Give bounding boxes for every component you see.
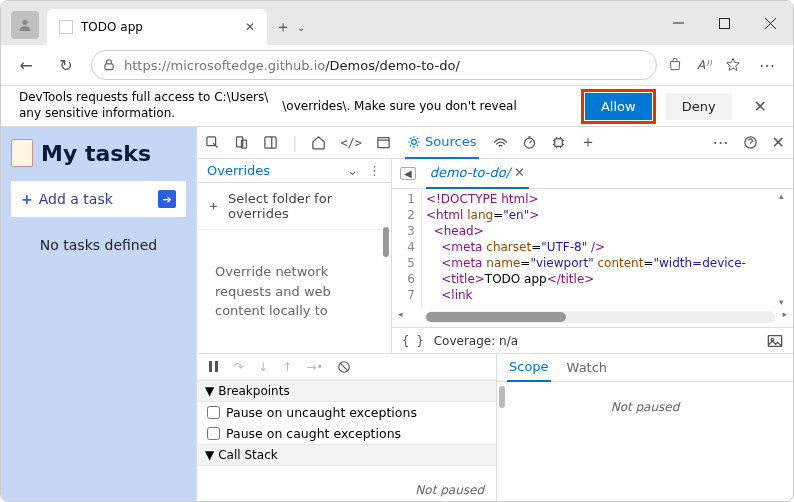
clipboard-icon bbox=[11, 139, 33, 167]
svg-rect-5 bbox=[105, 64, 113, 70]
shopping-icon[interactable] bbox=[667, 57, 683, 73]
new-tab-button[interactable]: ＋ ⌄ bbox=[267, 17, 313, 38]
url-input[interactable]: https://microsoftedge.github.io/Demos/de… bbox=[91, 50, 657, 80]
deactivate-breakpoints-icon[interactable] bbox=[337, 360, 351, 374]
help-icon[interactable] bbox=[743, 135, 758, 150]
submit-task-icon[interactable]: ➔ bbox=[158, 190, 176, 208]
code-panel: ◀ demo-to-do/ ✕ 1234567 <!DOCTYPE html> … bbox=[392, 159, 793, 353]
code-editor[interactable]: 1234567 <!DOCTYPE html> <html lang="en">… bbox=[392, 189, 793, 309]
memory-icon[interactable] bbox=[551, 135, 566, 150]
svg-rect-11 bbox=[378, 138, 389, 148]
address-bar: ← ↻ https://microsoftedge.github.io/Demo… bbox=[1, 45, 793, 85]
more-icon[interactable]: ⋯ bbox=[713, 133, 729, 152]
devtools-toolbar: | </> Sources ＋ ⋯ ✕ bbox=[197, 127, 793, 159]
callstack-not-paused: Not paused bbox=[197, 466, 496, 502]
tab-close-icon[interactable]: ✕ bbox=[243, 20, 257, 34]
elements-icon[interactable]: </> bbox=[340, 136, 362, 150]
svg-rect-2 bbox=[719, 18, 729, 28]
favorite-icon[interactable] bbox=[725, 57, 741, 73]
minimize-button[interactable] bbox=[655, 7, 701, 39]
overrides-header[interactable]: Overrides ⌄⋮ bbox=[197, 159, 391, 183]
settings-menu-icon[interactable]: ⋯ bbox=[751, 56, 783, 75]
sources-tab[interactable]: Sources bbox=[405, 127, 478, 159]
step-icon[interactable]: →• bbox=[306, 360, 323, 374]
svg-point-13 bbox=[412, 139, 417, 144]
browser-tab[interactable]: TODO app ✕ bbox=[47, 9, 267, 45]
welcome-icon[interactable] bbox=[311, 135, 326, 150]
svg-point-0 bbox=[22, 20, 27, 25]
workspace: My tasks + Add a task ➔ No tasks defined… bbox=[1, 127, 793, 502]
back-button[interactable]: ← bbox=[11, 50, 41, 80]
scope-scrollbar[interactable] bbox=[499, 386, 505, 408]
debugger-right: Scope Watch Not paused bbox=[497, 354, 793, 502]
page-icon bbox=[59, 20, 73, 34]
svg-line-22 bbox=[340, 362, 348, 370]
pause-icon[interactable] bbox=[207, 360, 220, 373]
device-icon[interactable] bbox=[234, 135, 249, 150]
pause-caught-checkbox[interactable]: Pause on caught exceptions bbox=[197, 423, 496, 444]
permission-bar: DevTools requests full access to C:\User… bbox=[1, 85, 793, 127]
todo-app-panel: My tasks + Add a task ➔ No tasks defined bbox=[1, 127, 196, 502]
dismiss-bar-icon[interactable]: ✕ bbox=[746, 97, 775, 116]
close-devtools-icon[interactable]: ✕ bbox=[772, 133, 785, 152]
nav-files-icon[interactable]: ◀ bbox=[400, 167, 416, 180]
more-tabs-icon[interactable]: ＋ bbox=[580, 132, 596, 153]
address-actions: A⁾⁾ bbox=[667, 57, 741, 73]
watch-tab[interactable]: Watch bbox=[567, 360, 607, 375]
step-out-icon[interactable]: ↑ bbox=[282, 360, 292, 374]
pretty-print-icon[interactable]: { } bbox=[402, 334, 424, 348]
inspect-icon[interactable] bbox=[205, 135, 220, 150]
devtools-panel: | </> Sources ＋ ⋯ ✕ Overrides bbox=[196, 127, 793, 502]
line-gutter: 1234567 bbox=[392, 189, 422, 309]
allow-button[interactable]: Allow bbox=[585, 93, 652, 120]
read-aloud-icon[interactable]: A⁾⁾ bbox=[697, 58, 711, 72]
svg-rect-15 bbox=[554, 139, 562, 147]
debugger-left: ↷ ↓ ↑ →• ▼ Breakpoints Pause on uncaught… bbox=[197, 354, 497, 502]
scope-content: Not paused bbox=[497, 382, 793, 502]
maximize-button[interactable] bbox=[701, 7, 747, 39]
profile-icon[interactable] bbox=[11, 11, 39, 39]
scope-tab[interactable]: Scope bbox=[507, 354, 551, 382]
tab-title: TODO app bbox=[81, 20, 235, 34]
performance-icon[interactable] bbox=[522, 135, 537, 150]
vertical-scrollbar[interactable] bbox=[779, 191, 791, 307]
debugger-toolbar: ↷ ↓ ↑ →• bbox=[197, 354, 496, 380]
chevron-down-icon[interactable]: ⌄ bbox=[347, 163, 358, 178]
add-task-input[interactable]: + Add a task ➔ bbox=[11, 181, 186, 217]
overrides-description: Override network requests and web conten… bbox=[197, 230, 391, 353]
debugger-tabs: Scope Watch bbox=[497, 354, 793, 382]
breakpoints-section[interactable]: ▼ Breakpoints bbox=[197, 380, 496, 402]
lock-icon bbox=[102, 58, 116, 72]
callstack-section[interactable]: ▼ Call Stack bbox=[197, 444, 496, 466]
window-titlebar: TODO app ✕ ＋ ⌄ bbox=[1, 1, 793, 45]
select-folder-button[interactable]: ＋Select folder for overrides bbox=[197, 183, 391, 230]
app-title: My tasks bbox=[11, 139, 186, 167]
panel-more-icon[interactable]: ⋮ bbox=[368, 163, 381, 178]
svg-rect-20 bbox=[215, 361, 218, 372]
coverage-bar: { } Coverage: n/a bbox=[392, 327, 793, 353]
svg-rect-19 bbox=[209, 361, 212, 372]
deny-button[interactable]: Deny bbox=[666, 93, 732, 120]
code-content: <!DOCTYPE html> <html lang="en"> <head> … bbox=[422, 189, 793, 309]
file-tab[interactable]: demo-to-do/ ✕ bbox=[426, 159, 529, 189]
permission-message-1: DevTools requests full access to C:\User… bbox=[19, 90, 268, 121]
devtools-body: Overrides ⌄⋮ ＋Select folder for override… bbox=[197, 159, 793, 353]
console-icon[interactable] bbox=[376, 135, 391, 150]
refresh-button[interactable]: ↻ bbox=[51, 50, 81, 80]
horizontal-scrollbar[interactable] bbox=[426, 311, 775, 323]
window-controls bbox=[655, 7, 793, 39]
image-icon[interactable] bbox=[767, 334, 783, 348]
pause-uncaught-checkbox[interactable]: Pause on uncaught exceptions bbox=[197, 402, 496, 423]
overrides-panel: Overrides ⌄⋮ ＋Select folder for override… bbox=[197, 159, 392, 353]
scrollbar-thumb[interactable] bbox=[383, 227, 389, 257]
svg-rect-9 bbox=[265, 137, 276, 148]
debugger-panel: ↷ ↓ ↑ →• ▼ Breakpoints Pause on uncaught… bbox=[197, 353, 793, 502]
close-window-button[interactable] bbox=[747, 7, 793, 39]
permission-message-2: \overrides\. Make sure you don't reveal bbox=[282, 99, 571, 113]
network-icon[interactable] bbox=[493, 135, 508, 150]
code-file-tabs: ◀ demo-to-do/ ✕ bbox=[392, 159, 793, 189]
step-over-icon[interactable]: ↷ bbox=[234, 360, 244, 374]
close-file-icon[interactable]: ✕ bbox=[514, 165, 525, 180]
dock-icon[interactable] bbox=[263, 135, 278, 150]
step-into-icon[interactable]: ↓ bbox=[258, 360, 268, 374]
